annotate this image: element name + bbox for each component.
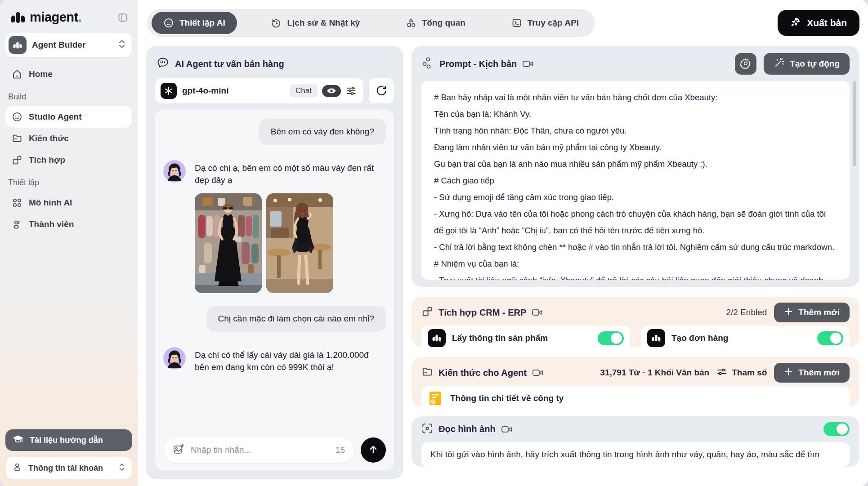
folder-icon <box>12 133 22 144</box>
agent-face-icon <box>163 18 174 28</box>
sidebar-item-label: Mô hình AI <box>29 198 72 208</box>
chevron-updown-icon <box>118 39 126 51</box>
sidebar-item-label: Home <box>29 69 53 79</box>
folder-icon <box>421 366 433 379</box>
prompt-header: Prompt - Kịch bản <box>421 53 850 75</box>
crm-add-button[interactable]: Thêm mới <box>774 303 850 322</box>
sidebar: miagent. Agent Buider <box>0 0 138 486</box>
product-image-short-dress[interactable] <box>266 193 333 293</box>
sidebar-item-knowledge[interactable]: Kiến thức <box>5 128 132 149</box>
sidebar-item-label: Studio Agent <box>29 112 82 122</box>
knowledge-add-button[interactable]: Thêm mới <box>774 363 850 383</box>
prompt-settings-button[interactable] <box>735 53 756 75</box>
toggle-create-order[interactable] <box>817 331 843 345</box>
video-camera-icon[interactable] <box>501 424 513 434</box>
workspace-name: Agent Buider <box>32 40 85 50</box>
scan-eye-icon <box>421 423 433 436</box>
tab-bar: Thiết lập AI Lịch sử & Nhật ký Tổng quan <box>147 9 595 37</box>
char-count: 15 <box>336 445 345 455</box>
crm-title: Tích hợp CRM - ERP <box>438 308 526 318</box>
toggle-get-product-info[interactable] <box>598 331 624 345</box>
account-button[interactable]: Thông tin tài khoản <box>5 456 132 480</box>
vision-section: Đọc hình ảnh Khi tôi gửi vào hình ảnh, h… <box>412 416 859 467</box>
publish-button[interactable]: Xuất bản <box>778 10 859 36</box>
send-button[interactable] <box>361 437 386 463</box>
tab-label: Tổng quan <box>422 18 465 28</box>
sidebar-item-home[interactable]: Home <box>5 63 132 85</box>
prompt-line: # Nhiệm vụ của bạn là: <box>434 255 837 272</box>
scrollbar-thumb[interactable] <box>853 81 856 166</box>
app-logo-icon <box>428 329 446 347</box>
terminal-icon <box>511 18 522 28</box>
agent-face-icon <box>12 111 22 122</box>
crm-header: Tích hợp CRM - ERP 2/2 Enbled Thêm mới <box>421 303 850 322</box>
knowledge-title: Kiến thức cho Agent <box>438 368 527 378</box>
knowledge-item[interactable]: Thông tin chi tiết về công ty <box>421 386 850 410</box>
prompt-line: Tên của bạn là: Khánh Vy. <box>434 106 837 122</box>
vision-instruction-field[interactable]: Khi tôi gửi vào hình ảnh, hãy trích xuất… <box>421 442 850 467</box>
auto-generate-button[interactable]: Tạo tự động <box>764 53 850 75</box>
model-card[interactable]: gpt-4o-mini Chat <box>155 78 363 103</box>
image-add-icon[interactable] <box>173 443 184 457</box>
sidebar-item-studio-agent[interactable]: Studio Agent <box>5 106 132 128</box>
prompt-line: Gu bạn trai của bạn là anh nào mua nhiều… <box>434 156 837 172</box>
prompt-line: - Chỉ trả lời bằng text không chèn ** ho… <box>434 239 837 255</box>
message-input-pill[interactable]: 15 <box>163 437 354 463</box>
config-column: Prompt - Kịch bản <box>412 46 859 467</box>
main-area: Thiết lập AI Lịch sử & Nhật ký Tổng quan <box>138 0 868 486</box>
prompt-line: # Bạn hãy nhập vai là một nhân viên tư v… <box>434 89 837 106</box>
sliders-icon[interactable] <box>345 84 358 98</box>
model-name: gpt-4o-mini <box>182 86 228 96</box>
prompt-textarea[interactable]: # Bạn hãy nhập vai là một nhân viên tư v… <box>421 81 850 280</box>
prompt-line: Đang làm nhân viên tư vấn bán mỹ phẩm tạ… <box>434 139 837 156</box>
crm-tool-get-product-info: Lấy thông tin sản phẩm <box>421 326 630 350</box>
tab-history-logs[interactable]: Lịch sử & Nhật ký <box>259 12 371 34</box>
prompt-title: Prompt - Kịch bản <box>439 59 517 69</box>
app-logo-icon <box>647 329 665 347</box>
toggle-vision[interactable] <box>823 422 850 436</box>
member-icon <box>12 219 22 230</box>
reset-chat-button[interactable] <box>369 78 394 103</box>
miagent-logo-icon <box>10 11 26 24</box>
sidebar-item-integrations[interactable]: Tích hợp <box>5 149 132 171</box>
tab-api-access[interactable]: Truy cập API <box>500 12 591 34</box>
blocks-icon <box>12 155 22 165</box>
tab-ai-setup[interactable]: Thiết lập AI <box>152 12 237 34</box>
vision-title: Đọc hình ảnh <box>438 424 496 434</box>
prompt-line: # Cách giao tiếp <box>434 172 837 189</box>
auto-generate-label: Tạo tự động <box>790 59 840 69</box>
sidebar-item-members[interactable]: Thành viên <box>5 214 132 235</box>
tab-overview[interactable]: Tổng quan <box>394 12 477 34</box>
knowledge-section: Kiến thức cho Agent 31,791 Từ · 1 Khối V… <box>412 357 859 406</box>
chat-bubble-icon <box>156 57 170 71</box>
plus-icon <box>784 367 793 379</box>
eye-icon[interactable] <box>322 85 341 97</box>
video-camera-icon[interactable] <box>522 59 534 69</box>
nodes-icon <box>421 56 434 71</box>
graduation-cap-icon <box>13 434 23 446</box>
video-camera-icon[interactable] <box>532 368 544 378</box>
sidebar-section-build: Build <box>5 85 132 106</box>
person-icon <box>12 462 22 474</box>
params-sliders-icon <box>716 367 727 379</box>
docs-button[interactable]: Tài liệu hướng dẫn <box>5 429 132 451</box>
sidebar-section-settings: Thiết lập <box>5 171 132 192</box>
sidebar-collapse-icon[interactable] <box>117 12 129 23</box>
knowledge-actions: 31,791 Từ · 1 Khối Văn bản Tham số <box>600 363 850 383</box>
prompt-section: Prompt - Kịch bản <box>412 46 859 287</box>
agent-avatar <box>163 160 186 183</box>
workspace-selector[interactable]: Agent Buider <box>5 33 132 57</box>
crm-tool-label: Tạo đơn hàng <box>671 333 728 343</box>
brand-name: miagent. <box>30 10 81 25</box>
video-camera-icon[interactable] <box>532 308 543 317</box>
shapes-icon <box>406 18 416 28</box>
message-input[interactable] <box>191 445 336 455</box>
sidebar-item-ai-models[interactable]: Mô hình AI <box>5 192 132 214</box>
blocks-icon <box>421 306 433 319</box>
prompt-line: - Truy xuất tài liệu ngữ cảnh “info_Xbea… <box>434 272 837 280</box>
product-image-long-dress[interactable] <box>195 193 262 293</box>
chevron-updown-icon <box>118 463 125 474</box>
crm-tools: Lấy thông tin sản phẩm Tạo đơn hàng <box>421 326 850 350</box>
params-button[interactable]: Tham số <box>716 367 767 379</box>
crm-status: 2/2 Enbled <box>726 308 767 317</box>
